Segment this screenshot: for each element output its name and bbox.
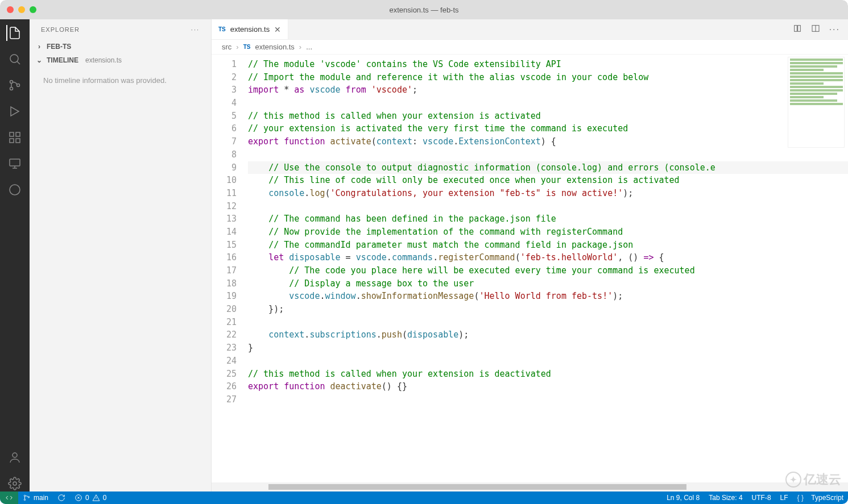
line-gutter: 1234567891011121314151617181920212223242… — [212, 55, 246, 482]
problems-indicator[interactable]: 0 0 — [70, 491, 111, 504]
window-title: extension.ts — feb-ts — [0, 6, 848, 14]
eol[interactable]: LF — [776, 491, 793, 504]
tab-filename: extension.ts — [230, 25, 270, 34]
explorer-icon[interactable] — [6, 25, 22, 41]
svg-point-1 — [10, 81, 13, 84]
github-icon[interactable] — [7, 182, 23, 198]
minimap[interactable] — [788, 57, 845, 148]
code-content[interactable]: // The module 'vscode' contains the VS C… — [246, 55, 848, 482]
search-icon[interactable] — [7, 51, 23, 67]
sync-button[interactable] — [53, 491, 70, 504]
horizontal-scrollbar[interactable] — [212, 482, 848, 491]
encoding[interactable]: UTF-8 — [747, 491, 776, 504]
watermark-text: 亿速云 — [804, 471, 841, 488]
editor-group: TS extension.ts ✕ ··· src › TS extension… — [212, 19, 848, 491]
svg-rect-7 — [16, 139, 20, 143]
breadcrumb-more[interactable]: ... — [306, 43, 312, 51]
svg-rect-5 — [16, 132, 20, 136]
svg-point-3 — [17, 84, 20, 87]
chevron-down-icon: ⌄ — [35, 56, 43, 64]
cursor-position[interactable]: Ln 9, Col 8 — [662, 491, 704, 504]
svg-rect-13 — [797, 25, 800, 31]
breadcrumb-file[interactable]: extension.ts — [255, 43, 294, 51]
sidebar-title: EXPLORER — [41, 26, 80, 33]
svg-point-16 — [24, 499, 25, 500]
svg-point-11 — [13, 482, 16, 485]
branch-name: main — [34, 494, 48, 502]
titlebar: extension.ts — feb-ts — [0, 0, 848, 19]
breadcrumbs[interactable]: src › TS extension.ts › ... — [212, 40, 848, 55]
git-branch[interactable]: main — [18, 491, 53, 504]
close-tab-icon[interactable]: ✕ — [274, 25, 281, 34]
language-label: TypeScript — [811, 494, 843, 502]
code-editor[interactable]: 1234567891011121314151617181920212223242… — [212, 55, 848, 482]
scrollbar-thumb[interactable] — [268, 484, 686, 490]
split-editor-icon[interactable] — [811, 24, 820, 35]
ts-file-icon: TS — [243, 44, 251, 50]
editor-actions: ··· — [785, 19, 848, 39]
remote-indicator[interactable] — [0, 491, 18, 504]
explorer-sidebar: EXPLORER ··· › FEB-TS ⌄ TIMELINE extensi… — [30, 19, 212, 491]
sidebar-header: EXPLORER ··· — [30, 19, 211, 40]
project-folder-row[interactable]: › FEB-TS — [30, 40, 211, 53]
indentation[interactable]: Tab Size: 4 — [704, 491, 747, 504]
chevron-right-icon: › — [236, 43, 238, 51]
breadcrumb-src[interactable]: src — [222, 43, 231, 51]
svg-rect-4 — [10, 132, 14, 136]
ts-file-icon: TS — [218, 26, 226, 32]
chevron-right-icon: › — [35, 43, 43, 51]
timeline-label: TIMELINE — [47, 56, 78, 64]
watermark-icon: ✦ — [785, 472, 801, 488]
svg-rect-12 — [794, 25, 797, 31]
language-mode[interactable]: { } TypeScript — [793, 491, 848, 504]
run-debug-icon[interactable] — [7, 103, 23, 119]
timeline-empty-text: No timeline information was provided. — [30, 67, 211, 94]
timeline-file: extension.ts — [85, 56, 122, 64]
extensions-icon[interactable] — [7, 130, 23, 145]
warning-count: 0 — [103, 494, 107, 502]
chevron-right-icon: › — [299, 43, 301, 51]
svg-point-0 — [10, 55, 18, 63]
svg-rect-6 — [10, 139, 14, 143]
status-bar: main 0 0 Ln 9, Col 8 Tab Size: 4 UTF-8 L… — [0, 491, 848, 504]
sidebar-more-icon[interactable]: ··· — [191, 26, 200, 33]
main-area: EXPLORER ··· › FEB-TS ⌄ TIMELINE extensi… — [0, 19, 848, 491]
svg-point-2 — [10, 88, 13, 90]
remote-explorer-icon[interactable] — [7, 156, 23, 172]
project-name: FEB-TS — [47, 43, 71, 51]
svg-point-15 — [24, 495, 25, 496]
activity-bar — [0, 19, 30, 491]
tab-bar: TS extension.ts ✕ ··· — [212, 19, 848, 40]
accounts-icon[interactable] — [7, 449, 23, 465]
settings-gear-icon[interactable] — [7, 476, 23, 491]
timeline-section[interactable]: ⌄ TIMELINE extension.ts — [30, 53, 211, 67]
source-control-icon[interactable] — [7, 77, 23, 93]
tab-extension-ts[interactable]: TS extension.ts ✕ — [212, 19, 288, 39]
compare-icon[interactable] — [793, 24, 802, 35]
error-count: 0 — [85, 494, 89, 502]
svg-point-9 — [10, 185, 20, 195]
editor-more-icon[interactable]: ··· — [829, 24, 840, 35]
watermark: ✦ 亿速云 — [785, 471, 841, 488]
svg-point-10 — [13, 453, 17, 457]
svg-rect-8 — [10, 159, 20, 166]
